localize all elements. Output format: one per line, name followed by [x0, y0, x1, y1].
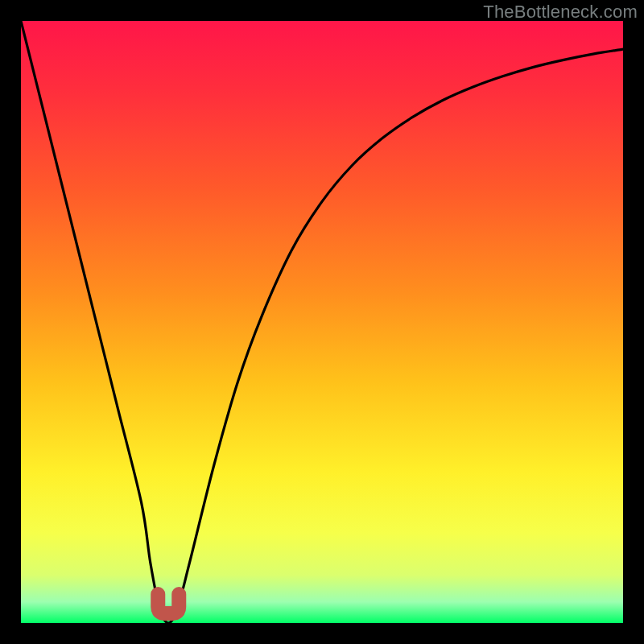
attribution-label: TheBottleneck.com — [483, 2, 638, 23]
heatmap-background — [21, 21, 623, 623]
bottleneck-chart — [21, 21, 623, 623]
chart-frame: TheBottleneck.com — [0, 0, 644, 644]
